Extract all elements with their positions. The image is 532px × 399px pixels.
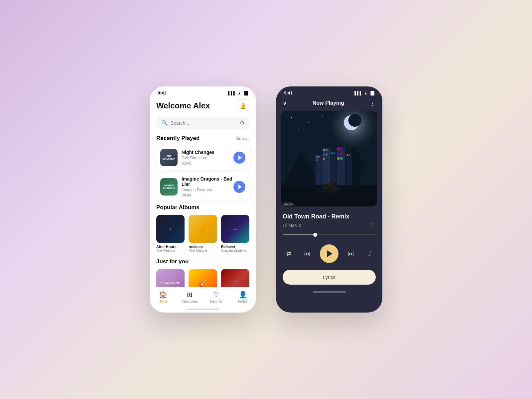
time-player: 9:41: [284, 90, 293, 95]
svg-point-8: [336, 114, 336, 114]
categories-icon: ⊞: [187, 291, 193, 299]
album-name-2: rockstar: [189, 245, 217, 249]
svg-rect-36: [346, 154, 348, 156]
home-header: Welcome Alex 🔔: [156, 99, 249, 112]
album-believer[interactable]: ▬ Believer Imagine Dragons: [221, 215, 249, 252]
just-for-you-label: Just for you: [156, 258, 189, 265]
song-info-night-changes: Night Changes One Direction 03:46: [182, 150, 233, 166]
home-indicator: [186, 309, 219, 310]
play-pause-button[interactable]: [320, 244, 338, 263]
svg-point-7: [298, 129, 299, 130]
svg-point-4: [322, 116, 323, 116]
svg-point-11: [348, 114, 361, 127]
bad-liar-thumb: IMAGINEDRAGONS: [160, 178, 178, 196]
signal-icon: ▌▌▌: [228, 91, 236, 95]
shuffle-button[interactable]: ⇄: [283, 248, 295, 260]
recently-played-header: Recently Played See all: [156, 135, 249, 142]
see-all-button[interactable]: See all: [236, 136, 249, 141]
profile-icon: 👤: [239, 291, 247, 299]
battery-icon: ▐█: [243, 91, 248, 95]
nav-home[interactable]: 🏠 Home: [150, 291, 176, 303]
prev-button[interactable]: ⏮: [301, 248, 313, 260]
albums-grid: ● After Hours The Weeknd ○ rockstar Post…: [156, 215, 249, 252]
nav-home-label: Home: [159, 300, 168, 303]
player-song-artist: Lil Nas X: [283, 223, 301, 228]
song-card-night-changes[interactable]: ONEDIRECTION Night Changes One Direction…: [156, 146, 249, 170]
nav-profile-label: Profile: [238, 300, 247, 303]
lyrics-button[interactable]: Lyrics: [283, 270, 376, 285]
jfy-item-3[interactable]: 🎵: [221, 269, 249, 287]
album-artist-2: Post Malone: [189, 249, 217, 252]
nav-favorite-label: Favorite: [210, 300, 222, 303]
svg-point-47: [327, 180, 330, 182]
svg-rect-51: [316, 186, 343, 200]
phone-home: 9:41 ▌▌▌ ▲ ▐█ Welcome Alex 🔔 🔍 ⚙ Recentl…: [150, 86, 256, 313]
battery-icon-player: ▐█: [369, 91, 374, 95]
song-artist-2: Imagine Dragons: [182, 188, 233, 192]
signal-icon-player: ▌▌▌: [354, 91, 362, 95]
svg-rect-20: [323, 149, 325, 151]
song-card-bad-liar[interactable]: IMAGINEDRAGONS Imagine Dragons - Bad Lia…: [156, 173, 249, 201]
player-heart-button[interactable]: ♡: [370, 221, 376, 229]
share-button[interactable]: ⤴: [364, 248, 376, 260]
player-song-title: Old Town Road - Remix: [283, 213, 376, 220]
controls-row: ⇄ ⏮ ⏭ ⤴: [276, 244, 382, 263]
album-artist-3: Imagine Dragons: [221, 249, 249, 252]
nav-profile[interactable]: 👤 Profile: [229, 291, 256, 303]
svg-point-3: [308, 122, 309, 123]
prev-icon: ⏮: [304, 250, 310, 257]
progress-bar[interactable]: [283, 234, 376, 235]
jfy-item-2[interactable]: 🎸: [189, 269, 217, 287]
svg-rect-22: [323, 154, 325, 156]
play-button-2[interactable]: [233, 181, 245, 193]
share-icon: ⤴: [368, 250, 371, 257]
filter-icon[interactable]: ⚙: [240, 120, 244, 126]
search-input[interactable]: [171, 120, 240, 126]
song-info-bad-liar: Imagine Dragons - Bad Liar Imagine Drago…: [182, 176, 233, 198]
svg-rect-26: [331, 152, 332, 154]
svg-rect-33: [337, 157, 339, 160]
song-duration-1: 03:46: [182, 161, 233, 166]
song-artist-1: One Direction: [182, 156, 233, 160]
back-button[interactable]: ∨: [283, 99, 287, 107]
popular-albums-label: Popular Albums: [156, 204, 200, 211]
shuffle-icon: ⇄: [286, 250, 291, 257]
welcome-title: Welcome Alex: [156, 101, 210, 110]
nav-categories[interactable]: ⊞ Categories: [176, 291, 203, 303]
rockstar-cover: ○: [189, 215, 217, 243]
svg-rect-32: [340, 152, 342, 155]
jfy-item-1[interactable]: PLATFORM: [156, 269, 185, 287]
album-after-hours[interactable]: ● After Hours The Weeknd: [156, 215, 185, 252]
night-changes-thumb: ONEDIRECTION: [160, 149, 178, 166]
album-rockstar[interactable]: ○ rockstar Post Malone: [189, 215, 217, 252]
bell-icon: 🔔: [240, 103, 246, 109]
wifi-icon-player: ▲: [364, 91, 368, 95]
next-button[interactable]: ⏭: [345, 248, 357, 260]
status-icons-player: ▌▌▌ ▲ ▐█: [354, 91, 374, 95]
svg-rect-34: [340, 157, 342, 160]
svg-rect-24: [323, 158, 325, 160]
svg-rect-29: [337, 148, 339, 150]
play-button-1[interactable]: [233, 152, 245, 164]
bottom-nav: 🏠 Home ⊞ Categories ♡ Favorite 👤 Profile: [150, 287, 256, 309]
status-bar-player: 9:41 ▌▌▌ ▲ ▐█: [276, 86, 382, 97]
album-art-large: PARENTAL: [281, 111, 377, 206]
album-art-svg: PARENTAL: [281, 111, 377, 206]
svg-point-2: [291, 117, 292, 118]
home-content: Welcome Alex 🔔 🔍 ⚙ Recently Played See a…: [150, 97, 256, 287]
nav-favorite[interactable]: ♡ Favorite: [203, 291, 229, 303]
svg-rect-16: [316, 156, 318, 158]
wifi-icon: ▲: [238, 91, 241, 95]
song-duration-2: 04:44: [182, 193, 233, 198]
progress-knob[interactable]: [313, 233, 317, 237]
search-bar[interactable]: 🔍 ⚙: [156, 117, 249, 129]
svg-rect-27: [333, 152, 334, 154]
album-name-3: Believer: [221, 245, 249, 249]
svg-point-9: [370, 131, 371, 132]
song-name-2: Imagine Dragons - Bad Liar: [182, 176, 233, 187]
more-options-button[interactable]: ⋮: [370, 99, 376, 107]
just-for-you-header: Just for you: [156, 258, 249, 265]
svg-rect-37: [349, 154, 350, 156]
home-icon: 🏠: [159, 291, 167, 299]
notification-button[interactable]: 🔔: [237, 99, 249, 112]
